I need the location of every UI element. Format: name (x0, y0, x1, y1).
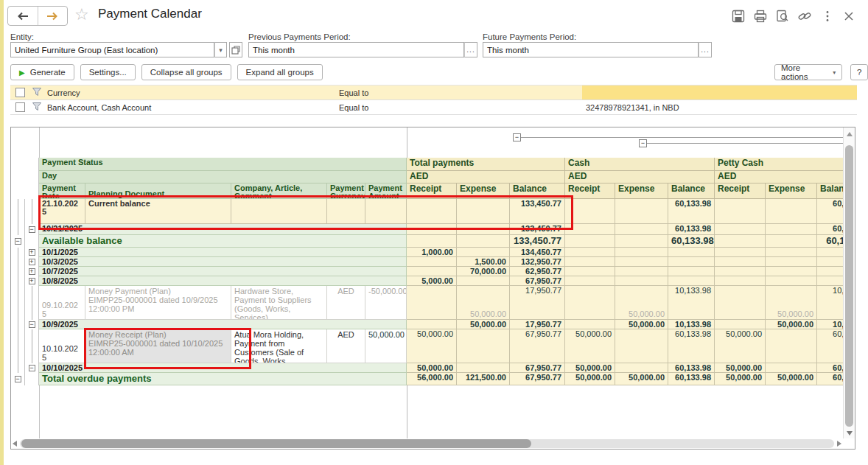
expand-group-button[interactable]: + (29, 268, 35, 275)
row-total-overdue[interactable]: − Total overdue payments 56,000.00 121,5… (11, 373, 843, 385)
collapse-group-button[interactable]: − (15, 238, 21, 245)
vertical-scroll-thumb[interactable] (845, 145, 853, 427)
window-left-strip (0, 0, 4, 465)
save-icon[interactable] (732, 10, 745, 23)
row-day-group[interactable]: − 10/10/2025 50,000.00 67,950.77 50,000.… (11, 363, 843, 373)
cell-total-expense: 50,000.00 (457, 286, 510, 320)
row-day-group[interactable]: + 10/8/2025 5,000.00 67,950.77 (11, 276, 843, 286)
row-day-group[interactable]: + 10/3/2025 1,500.00 132,950.77 (11, 257, 843, 267)
header-row-currency: Day AED AED AED (11, 171, 843, 183)
entity-dropdown-button[interactable]: ▾ (214, 42, 227, 57)
row-planned-payment[interactable]: 09.10.2025 Money Payment (Plan) EIMPP25-… (11, 286, 843, 320)
vertical-scrollbar[interactable] (843, 127, 855, 438)
cell-petty-balance: 60,133.98 (817, 224, 843, 235)
cell-total-expense: 70,000.00 (457, 267, 510, 276)
generate-button[interactable]: ▶Generate (10, 64, 74, 80)
settings-button[interactable]: Settings... (80, 64, 136, 80)
prev-period-choose-button[interactable]: ... (464, 42, 477, 57)
scroll-down-icon[interactable] (847, 431, 853, 436)
expand-group-button[interactable]: + (29, 259, 35, 265)
expand-group-button[interactable]: + (29, 249, 35, 256)
column-group-line (521, 137, 843, 138)
row-current-balance[interactable]: 21.10.2025 Current balance 133,450.77 60… (11, 199, 843, 224)
cell-total-balance: 133,450.77 (510, 235, 565, 248)
future-period-choose-button[interactable]: ... (699, 42, 712, 57)
scroll-up-icon[interactable] (847, 132, 853, 136)
row-day-group[interactable]: − 10/21/2025 133,450.77 60,133.98 60,133… (11, 224, 843, 235)
cell-petty-expense: 50,000.00 (766, 320, 817, 329)
link-icon[interactable] (798, 10, 811, 23)
cell-petty-balance: 60,133.98 (817, 329, 843, 363)
cell-date: 10/7/2025 (39, 267, 407, 276)
scroll-left-icon[interactable] (13, 441, 17, 447)
cell-total-balance: 134,450.77 (510, 248, 565, 257)
forward-arrow-icon (46, 12, 58, 21)
filter-row-bank-account[interactable]: Bank Account, Cash Account Equal to 3247… (10, 100, 857, 115)
row-day-group[interactable]: − 10/9/2025 50,000.00 17,950.77 50,000.0… (11, 320, 843, 329)
cell-cash-expense: 50,000.00 (615, 320, 668, 329)
header-balance: Balance (510, 183, 565, 199)
filter-checkbox[interactable] (15, 102, 25, 112)
entity-open-button[interactable] (229, 42, 242, 57)
expand-group-button[interactable]: + (29, 278, 35, 284)
cell-cash-balance: 60,133.98 (668, 363, 715, 373)
entity-input[interactable]: United Furniture Group (East location) (10, 42, 214, 57)
column-collapse-button[interactable]: − (513, 133, 521, 141)
help-button[interactable]: ? (850, 64, 868, 80)
preview-icon[interactable] (776, 10, 789, 23)
filter-condition: Equal to (339, 103, 368, 112)
chevron-down-icon: ▾ (219, 46, 223, 54)
header-cash: Cash (565, 158, 715, 171)
row-day-group[interactable]: + 10/1/2025 1,000.00 134,450.77 (11, 248, 843, 257)
cell-planning-document[interactable]: Money Payment (Plan) EIMPP25-0000001 dat… (85, 286, 231, 320)
filter-row-currency[interactable]: Currency Equal to (10, 85, 857, 100)
header-currency-aed: AED (565, 171, 715, 183)
cell-amount: -50,000.00 (365, 286, 407, 320)
future-period-input[interactable]: This month (483, 42, 699, 57)
page-title: Payment Calendar (98, 7, 202, 21)
cell-total-balance: 17,950.77 (510, 320, 565, 329)
cell-planning-document-selected[interactable]: Money Receipt (Plan) EIMRP25-0000001 dat… (85, 329, 231, 363)
favorite-star-icon[interactable]: ☆ (74, 6, 89, 24)
column-group-line (647, 143, 843, 144)
collapse-group-button[interactable]: − (29, 321, 35, 328)
cell-total-expense: 121,500.00 (457, 373, 510, 385)
forward-button[interactable] (38, 7, 68, 25)
row-planned-receipt[interactable]: 10.10.2025 Money Receipt (Plan) EIMRP25-… (11, 329, 843, 363)
collapse-group-button[interactable]: − (29, 365, 35, 371)
cell-cash-balance: 60,133.98 (668, 224, 715, 235)
header-row-columns: Payment Date Planning Document Company, … (11, 183, 843, 199)
filter-value[interactable] (582, 85, 857, 99)
prev-period-input[interactable]: This month (248, 42, 464, 57)
header-expense: Expense (766, 183, 817, 199)
cell-petty-balance: 60,133.98 (817, 373, 843, 385)
row-day-group[interactable]: + 10/7/2025 70,000.00 62,950.77 (11, 267, 843, 276)
close-icon[interactable] (842, 10, 855, 23)
cell-date: 21.10.2025 (39, 199, 85, 224)
cell-date: 09.10.2025 (39, 286, 85, 320)
collapse-group-button[interactable]: − (15, 376, 21, 382)
more-actions-button[interactable]: More actions▾ (774, 64, 842, 80)
cell-petty-balance: 60,133.98 (817, 199, 843, 224)
cell-petty-balance: 60,133.98 (817, 235, 843, 248)
collapse-group-button[interactable]: − (29, 226, 35, 233)
filter-value[interactable]: 32478978921341, in NBD (582, 100, 857, 114)
horizontal-scroll-thumb[interactable] (21, 439, 531, 448)
horizontal-scrollbar[interactable] (11, 438, 843, 449)
cell-total-receipt: 5,000.00 (407, 276, 457, 286)
cell-currency: AED (327, 329, 365, 363)
cell-petty-receipt: 50,000.00 (715, 363, 766, 373)
filter-checkbox[interactable] (15, 88, 25, 97)
more-menu-icon[interactable] (821, 10, 834, 23)
expand-all-groups-button[interactable]: Expand all groups (237, 64, 323, 80)
row-available-balance[interactable]: − Available balance 133,450.77 60,133.98… (11, 235, 843, 248)
header-currency-aed: AED (407, 171, 565, 183)
collapse-all-groups-button[interactable]: Collapse all groups (141, 64, 231, 80)
cell-date: 10/1/2025 (39, 248, 407, 257)
scroll-right-icon[interactable] (837, 441, 841, 447)
cell-total-receipt: 50,000.00 (407, 329, 457, 363)
back-button[interactable] (8, 7, 38, 25)
column-collapse-button[interactable]: − (639, 139, 647, 147)
print-icon[interactable] (754, 10, 767, 23)
sheet-empty-area (11, 385, 843, 438)
